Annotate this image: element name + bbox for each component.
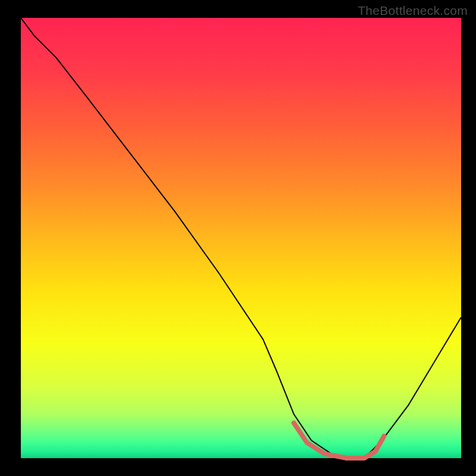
bottleneck-chart [0, 0, 476, 476]
plot-gradient-background [21, 18, 461, 458]
watermark-text: TheBottleneck.com [358, 4, 468, 18]
